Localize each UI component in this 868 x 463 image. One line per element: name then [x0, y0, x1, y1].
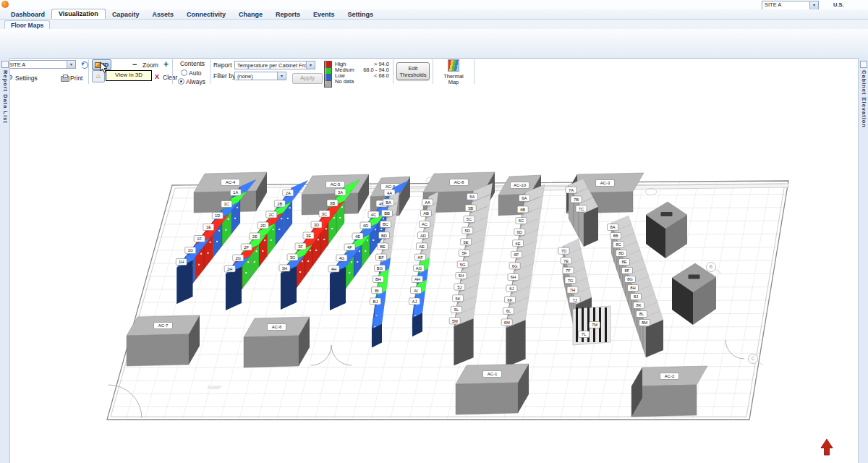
- panel-report-data-list[interactable]: Report Data List: [0, 58, 10, 463]
- radio-always[interactable]: [178, 78, 184, 85]
- pdu-cube[interactable]: [672, 263, 716, 325]
- zoom-out-button[interactable]: −: [132, 60, 137, 69]
- svg-text:3G: 3G: [290, 255, 296, 260]
- filter-select[interactable]: (none) ▾: [234, 72, 286, 80]
- svg-text:3B: 3B: [330, 201, 335, 205]
- svg-text:1G: 1G: [187, 248, 193, 252]
- chevron-down-icon[interactable]: ▾: [306, 61, 315, 69]
- svg-text:BG: BG: [377, 266, 383, 271]
- rack-label-8A: 8A: [608, 224, 618, 231]
- svg-text:5A: 5A: [469, 195, 475, 199]
- open-frame-rack[interactable]: 7M7L: [573, 306, 610, 345]
- top-bar: SITE A ▾ U.S.: [0, 0, 868, 10]
- filter-select-value: (none): [237, 73, 253, 80]
- rack-label-2G: 2G: [233, 255, 244, 261]
- menu-tab-visualization[interactable]: Visualization: [51, 9, 106, 19]
- site-select[interactable]: SITE A ▾: [6, 60, 76, 69]
- svg-text:1E: 1E: [206, 225, 211, 229]
- rack-label-5F: 5F: [459, 250, 469, 256]
- rack-label-6B: 6B: [517, 206, 528, 213]
- panel-elevation-icon: [860, 61, 867, 68]
- ac-unit-AC-2[interactable]: AC-2: [631, 366, 707, 417]
- zoom-in-button[interactable]: +: [163, 59, 169, 69]
- report-select-value: Temperature per Cabinet Fronts: [237, 62, 314, 69]
- rack-label-3B: 3B: [327, 200, 338, 206]
- menu-tab-reports[interactable]: Reports: [269, 10, 307, 19]
- refresh-icon[interactable]: [81, 61, 88, 69]
- rack-label-AB: AB: [421, 210, 432, 216]
- menu-tab-assets[interactable]: Assets: [145, 10, 180, 19]
- apply-button[interactable]: Apply: [292, 73, 323, 84]
- svg-text:7M: 7M: [592, 323, 597, 327]
- svg-text:5F: 5F: [462, 251, 467, 255]
- svg-text:6D: 6D: [517, 230, 522, 234]
- rack-label-AH: AH: [412, 276, 423, 283]
- legend-range: < 68.0: [357, 73, 389, 79]
- rack-label-AC-2: AC-2: [660, 373, 679, 380]
- chevron-down-icon[interactable]: ▾: [277, 72, 286, 80]
- ac-unit-AC-1[interactable]: AC-1: [456, 364, 529, 415]
- rack-label-1A: 1A: [230, 190, 241, 196]
- svg-text:7H: 7H: [570, 288, 575, 292]
- rack-label-BD: BD: [379, 232, 390, 239]
- rack-label-5B: 5B: [465, 205, 476, 211]
- svg-text:C: C: [752, 356, 755, 361]
- rack-label-5G: 5G: [457, 261, 468, 268]
- pdu-cube[interactable]: [646, 202, 687, 258]
- radio-auto[interactable]: [181, 69, 187, 76]
- svg-text:BF: BF: [378, 255, 384, 260]
- svg-text:5M: 5M: [452, 319, 458, 323]
- toolbar-separator: [88, 59, 89, 84]
- rack-col-a[interactable]: AAABACADAEAFAGAHAIAJ: [409, 192, 439, 336]
- print-button[interactable]: Print: [70, 75, 82, 82]
- rack-label-5H: 5H: [456, 273, 467, 279]
- settings-button[interactable]: Settings: [15, 75, 38, 82]
- rack-label-3C: 3C: [319, 211, 330, 217]
- svg-text:2C: 2C: [269, 213, 274, 217]
- svg-text:8K: 8K: [636, 303, 641, 307]
- svg-text:AH: AH: [414, 277, 420, 281]
- rack-label-7E: 7E: [561, 258, 571, 264]
- svg-text:3F: 3F: [298, 245, 303, 249]
- rack-label-6A: 6A: [519, 195, 529, 201]
- edit-thresholds-button[interactable]: EditThresholds: [396, 62, 430, 80]
- rack-label-BE: BE: [378, 243, 388, 250]
- tooltip-view-in-3d: View in 3D: [106, 70, 152, 81]
- print-icon[interactable]: [61, 76, 69, 82]
- rack-label-AC-5: AC-5: [326, 182, 345, 188]
- menu-tab-change[interactable]: Change: [232, 10, 269, 19]
- menu-tab-dashboard[interactable]: Dashboard: [4, 10, 51, 19]
- report-select[interactable]: Temperature per Cabinet Fronts ▾: [234, 61, 315, 69]
- toolbar-separator: [474, 59, 475, 84]
- svg-text:3C: 3C: [322, 212, 327, 216]
- svg-text:2E: 2E: [252, 234, 258, 239]
- svg-text:8B: 8B: [613, 234, 618, 238]
- menu-tab-events[interactable]: Events: [307, 10, 341, 19]
- menu-tab-connectivity[interactable]: Connectivity: [180, 10, 232, 19]
- svg-text:1F: 1F: [197, 237, 202, 241]
- rack-label-6L: 6L: [503, 307, 514, 314]
- svg-text:AE: AE: [419, 245, 425, 249]
- menu-tab-settings[interactable]: Settings: [341, 10, 380, 19]
- floor-map-3d-view[interactable]: RAMPAC-4AC-5AC-9AC-8AC-10AC-31A1C1D1E1F1…: [0, 0, 868, 463]
- ac-unit-AC-6[interactable]: AC-6: [244, 317, 310, 368]
- svg-text:AC-3: AC-3: [600, 181, 610, 185]
- svg-text:8G: 8G: [627, 277, 633, 281]
- svg-text:8L: 8L: [639, 312, 644, 316]
- rack-label-AI: AI: [411, 287, 422, 294]
- chevron-down-icon[interactable]: ▾: [809, 1, 818, 9]
- site-select-value: SITE A: [9, 61, 25, 68]
- rack-label-AC-6: AC-6: [268, 324, 286, 331]
- svg-text:7D: 7D: [561, 249, 566, 253]
- menu-tab-capacity[interactable]: Capacity: [106, 10, 146, 19]
- svg-text:2F: 2F: [244, 245, 249, 250]
- rack-label-1G: 1G: [185, 247, 196, 254]
- ac-unit-AC-7[interactable]: AC-7: [127, 315, 200, 366]
- panel-cabinet-elevation[interactable]: Cabinet Elevation: [858, 58, 868, 463]
- thermal-map-button[interactable]: ThermalMap: [437, 59, 470, 85]
- svg-text:AC: AC: [422, 222, 427, 226]
- rack-label-4H: 4H: [328, 266, 339, 272]
- clear-button[interactable]: Clear: [163, 74, 177, 81]
- clear-x-icon[interactable]: X: [155, 73, 159, 80]
- chevron-down-icon[interactable]: ▾: [67, 61, 75, 68]
